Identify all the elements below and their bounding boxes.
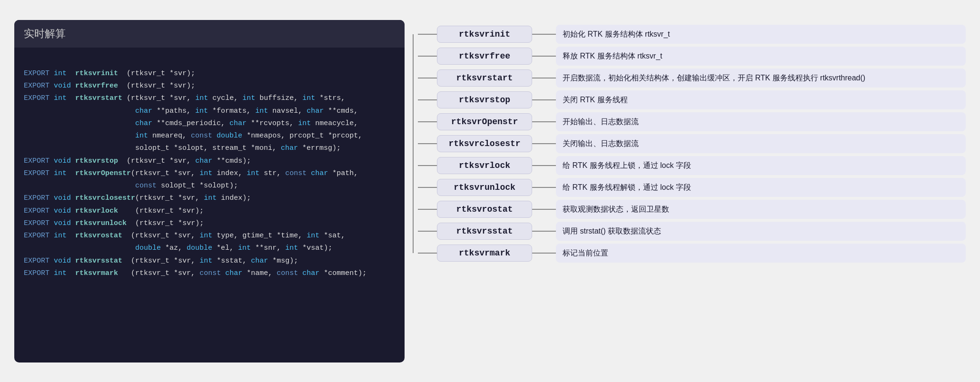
desc-box: 开始输出、日志数据流 xyxy=(556,112,966,131)
func-box: rtksvrinit xyxy=(437,26,532,43)
func-box: rtksvrstop xyxy=(437,91,532,108)
func-box: rtksvrsstat xyxy=(437,223,532,240)
func-desc-connector xyxy=(532,165,556,166)
func-box: rtksvrlock xyxy=(437,157,532,174)
func-box: rtksvrstart xyxy=(437,69,532,87)
diagram-row: rtksvrfree释放 RTK 服务结构体 rtksvr_t xyxy=(409,47,966,66)
func-box: rtksvrOpenstr xyxy=(437,113,532,130)
diagram-row: rtksvrostat获取观测数据状态，返回卫星数 xyxy=(409,200,966,219)
diagram-row: rtksvrsstat调用 strstat() 获取数据流状态 xyxy=(409,222,966,241)
func-desc-connector xyxy=(532,99,556,100)
diagram-row: rtksvrclosestr关闭输出、日志数据流 xyxy=(409,134,966,153)
func-desc-connector xyxy=(532,253,556,254)
h-connector xyxy=(418,99,437,100)
diagram-row: rtksvrmark标记当前位置 xyxy=(409,244,966,263)
h-connector xyxy=(418,78,437,78)
h-connector xyxy=(418,143,437,144)
desc-box: 释放 RTK 服务结构体 rtksvr_t xyxy=(556,47,966,66)
func-desc-connector xyxy=(532,34,556,35)
diagram-row: rtksvrstart开启数据流，初始化相关结构体，创建输出缓冲区，开启 RTK… xyxy=(409,69,966,88)
desc-box: 调用 strstat() 获取数据流状态 xyxy=(556,222,966,241)
func-box: rtksvrmark xyxy=(437,245,532,262)
func-desc-connector xyxy=(532,231,556,232)
desc-box: 关闭输出、日志数据流 xyxy=(556,134,966,153)
desc-box: 获取观测数据状态，返回卫星数 xyxy=(556,200,966,219)
desc-box: 初始化 RTK 服务结构体 rtksvr_t xyxy=(556,25,966,44)
func-desc-connector xyxy=(532,121,556,122)
h-connector xyxy=(418,209,437,210)
func-desc-connector xyxy=(532,143,556,144)
func-desc-connector xyxy=(532,78,556,78)
func-desc-connector xyxy=(532,187,556,188)
diagram-row: rtksvrinit初始化 RTK 服务结构体 rtksvr_t xyxy=(409,25,966,44)
func-desc-connector xyxy=(532,209,556,210)
main-container: 实时解算 EXPORT int rtksvrinit (rtksvr_t *sv… xyxy=(0,10,980,372)
func-box: rtksvrostat xyxy=(437,201,532,218)
diagram-row: rtksvrunlock给 RTK 服务线程解锁，通过 lock 字段 xyxy=(409,178,966,197)
h-connector xyxy=(418,121,437,122)
h-connector xyxy=(418,165,437,166)
diagram-panel: rtksvrinit初始化 RTK 服务结构体 rtksvr_trtksvrfr… xyxy=(405,25,966,265)
diagram-rows: rtksvrinit初始化 RTK 服务结构体 rtksvr_trtksvrfr… xyxy=(409,25,966,265)
func-box: rtksvrclosestr xyxy=(437,135,532,152)
desc-box: 标记当前位置 xyxy=(556,244,966,263)
h-connector xyxy=(418,231,437,232)
desc-box: 开启数据流，初始化相关结构体，创建输出缓冲区，开启 RTK 服务线程执行 rtk… xyxy=(556,69,966,88)
diagram-row: rtksvrOpenstr开始输出、日志数据流 xyxy=(409,112,966,131)
func-box: rtksvrunlock xyxy=(437,179,532,196)
h-connector xyxy=(418,253,437,254)
panel-title: 实时解算 xyxy=(14,20,405,48)
desc-box: 关闭 RTK 服务线程 xyxy=(556,90,966,109)
diagram-row: rtksvrlock给 RTK 服务线程上锁，通过 lock 字段 xyxy=(409,156,966,175)
h-connector xyxy=(418,56,437,57)
desc-box: 给 RTK 服务线程上锁，通过 lock 字段 xyxy=(556,156,966,175)
code-panel: 实时解算 EXPORT int rtksvrinit (rtksvr_t *sv… xyxy=(14,20,405,362)
diagram-row: rtksvrstop关闭 RTK 服务线程 xyxy=(409,90,966,109)
code-block: EXPORT int rtksvrinit (rtksvr_t *svr); E… xyxy=(24,55,395,293)
func-desc-connector xyxy=(532,56,556,57)
func-box: rtksvrfree xyxy=(437,48,532,65)
desc-box: 给 RTK 服务线程解锁，通过 lock 字段 xyxy=(556,178,966,197)
h-connector xyxy=(418,187,437,188)
h-connector xyxy=(418,34,437,35)
